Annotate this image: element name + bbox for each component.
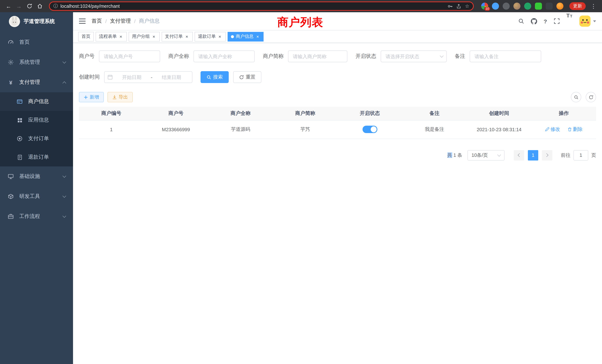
refresh-table-icon[interactable] — [586, 92, 596, 102]
breadcrumb-payment[interactable]: 支付管理 — [110, 18, 131, 24]
site-info-icon[interactable]: ⓘ — [53, 3, 58, 9]
address-bar[interactable]: ⓘ localhost:1024/pay/merchant ☆ — [49, 1, 474, 11]
search-icon[interactable] — [515, 12, 527, 30]
date-range-picker[interactable]: - — [104, 71, 192, 83]
tab-refund-order[interactable]: 退款订单 — [195, 32, 226, 41]
search-button[interactable]: 搜索 — [201, 71, 229, 83]
forward-icon[interactable]: → — [14, 1, 24, 11]
tab-merchant-info[interactable]: 商户信息 — [228, 32, 264, 41]
sidebar-item-label: 商户信息 — [28, 98, 49, 105]
cell-create-time: 2021-10-23 08:31:14 — [467, 120, 532, 139]
add-button[interactable]: 新增 — [79, 92, 104, 102]
sidebar-item-devtools[interactable]: 研发工具 — [0, 186, 73, 206]
sidebar-item-label: 基础设施 — [19, 173, 40, 180]
sidebar-item-system[interactable]: 系统管理 — [0, 52, 73, 72]
tab-close-icon[interactable] — [255, 34, 260, 39]
help-icon[interactable]: ? — [540, 12, 550, 30]
app-logo[interactable]: 芋道管理系统 — [0, 12, 73, 31]
filter-remark: 备注 — [455, 50, 541, 62]
back-icon[interactable]: ← — [4, 1, 13, 11]
cell-merchant-id: 1 — [79, 120, 144, 139]
sidebar-item-merchant-info[interactable]: 商户信息 — [0, 92, 73, 111]
tab-close-icon[interactable] — [151, 34, 156, 39]
goto-page-input[interactable] — [573, 150, 588, 160]
page-size-select[interactable]: 10条/页 — [467, 150, 505, 160]
delete-link[interactable]: 删除 — [567, 126, 582, 133]
tab-label: 支付订单 — [165, 33, 183, 40]
sidebar-item-home[interactable]: 首页 — [0, 32, 73, 52]
column-header: 创建时间 — [467, 107, 532, 120]
navbar: 首页 支付管理 商户信息 ? TT — [73, 12, 602, 30]
toggle-search-icon[interactable] — [571, 92, 581, 102]
tab-pay-order[interactable]: 支付订单 — [162, 32, 193, 41]
short-name-input[interactable] — [288, 50, 347, 62]
font-size-icon[interactable]: TT — [563, 12, 576, 30]
extension-icon-8[interactable] — [556, 3, 563, 10]
extension-icon-3[interactable] — [503, 3, 510, 10]
tab-user-group[interactable]: 用户分组 — [129, 32, 160, 41]
date-start-input[interactable] — [114, 74, 149, 80]
sidebar-item-infrastructure[interactable]: 基础设施 — [0, 166, 73, 186]
date-end-input[interactable] — [154, 74, 189, 80]
home-icon[interactable] — [35, 1, 44, 11]
sidebar-item-label: 支付订单 — [28, 135, 49, 142]
cell-short-name: 芋艿 — [273, 120, 337, 139]
chevron-up-icon — [63, 81, 66, 85]
yen-icon: ¥ — [7, 79, 14, 86]
sidebar-item-app-info[interactable]: 应用信息 — [0, 111, 73, 129]
tab-home[interactable]: 首页 — [78, 32, 94, 41]
tab-process-form[interactable]: 流程表单 — [96, 32, 127, 41]
table-row: 1 M233666999 芋道源码 芋艿 我是备注 2021-10-23 08:… — [79, 120, 596, 139]
reload-icon[interactable] — [24, 1, 34, 11]
user-avatar[interactable] — [579, 16, 591, 27]
delete-link-label: 删除 — [573, 126, 582, 133]
export-button[interactable]: 导出 — [108, 92, 133, 102]
merchant-no-input[interactable] — [99, 50, 160, 62]
remark-input[interactable] — [470, 50, 541, 62]
password-key-icon[interactable] — [448, 3, 453, 9]
breadcrumb: 首页 支付管理 商户信息 — [92, 18, 160, 24]
calendar-icon — [108, 75, 113, 80]
fullscreen-icon[interactable] — [550, 12, 563, 30]
sidebar-item-refund-order[interactable]: 退款订单 — [0, 148, 73, 166]
sidebar-item-label: 工作流程 — [19, 213, 40, 220]
status-toggle[interactable] — [362, 126, 377, 133]
url-text[interactable]: localhost:1024/pay/merchant — [60, 3, 445, 9]
tab-close-icon[interactable] — [118, 34, 123, 39]
document-icon — [16, 154, 23, 160]
chevron-down-icon — [63, 194, 66, 198]
tab-close-icon[interactable] — [217, 34, 222, 39]
prev-page-button[interactable] — [514, 150, 524, 160]
tab-label: 用户分组 — [132, 33, 150, 40]
reset-button[interactable]: 重置 — [233, 71, 261, 83]
user-menu[interactable] — [579, 16, 596, 27]
github-icon[interactable] — [527, 12, 540, 30]
extension-icon-4[interactable] — [513, 3, 520, 10]
hamburger-icon[interactable] — [79, 19, 86, 24]
main-area: 首页 支付管理 商户信息 ? TT — [73, 12, 602, 364]
browser-menu-icon[interactable]: ⋮ — [589, 1, 598, 11]
caret-down-icon — [497, 153, 501, 156]
edit-link[interactable]: 修改 — [545, 126, 560, 133]
extension-icon-6[interactable] — [535, 3, 542, 10]
table-toolbar-right — [566, 92, 596, 102]
add-button-label: 新增 — [90, 94, 99, 100]
extension-icon-7[interactable] — [546, 3, 553, 10]
browser-update-button[interactable]: 更新 — [569, 2, 586, 10]
extension-icon-1[interactable]: 10 — [481, 3, 488, 10]
share-icon[interactable] — [456, 3, 461, 9]
tab-close-icon[interactable] — [184, 34, 189, 39]
sidebar-item-payment[interactable]: ¥ 支付管理 — [0, 72, 73, 92]
next-page-button[interactable] — [542, 150, 552, 160]
extension-icon-5[interactable] — [524, 3, 531, 10]
status-select[interactable] — [381, 50, 447, 62]
bookmark-star-icon[interactable]: ☆ — [465, 3, 469, 9]
sidebar-item-pay-order[interactable]: 支付订单 — [0, 129, 73, 148]
page-number-1[interactable]: 1 — [528, 150, 538, 160]
extension-icon-2[interactable] — [492, 3, 499, 10]
full-name-input[interactable] — [194, 50, 255, 62]
target-icon — [16, 136, 23, 142]
page-size-value: 10条/页 — [472, 152, 488, 159]
sidebar-item-workflow[interactable]: 工作流程 — [0, 206, 73, 226]
breadcrumb-home[interactable]: 首页 — [92, 18, 102, 24]
